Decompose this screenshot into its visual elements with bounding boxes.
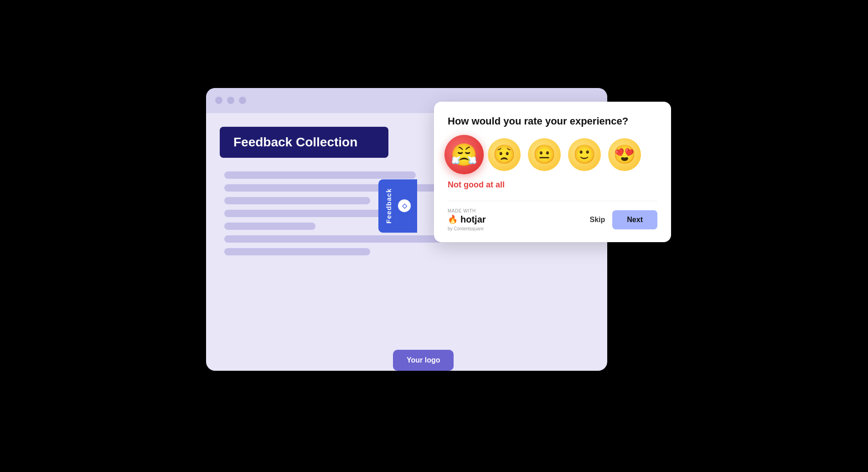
- logo-badge: Your logo: [393, 350, 454, 371]
- survey-question: How would you rate your experience?: [448, 115, 657, 127]
- browser-dot-1: [215, 97, 222, 104]
- scene: Feedback Collection Feedback ◇ Your logo…: [206, 65, 662, 407]
- feedback-tab-label: Feedback: [385, 188, 393, 223]
- emoji-love-button[interactable]: 😍: [608, 138, 641, 171]
- placeholder-line-7: [224, 248, 370, 255]
- made-with-label: MADE WITH: [448, 208, 486, 213]
- survey-widget: How would you rate your experience? 😤 😟 …: [434, 102, 671, 242]
- selected-rating-label: Not good at all: [448, 180, 657, 190]
- placeholder-line-1: [224, 171, 416, 179]
- feedback-collection-label: Feedback Collection: [220, 127, 388, 158]
- emoji-sad-button[interactable]: 😟: [488, 138, 521, 171]
- next-button[interactable]: Next: [612, 210, 657, 229]
- skip-button[interactable]: Skip: [590, 216, 605, 224]
- hotjar-brand: 🔥 hotjar: [448, 214, 486, 225]
- browser-dot-3: [239, 97, 246, 104]
- hotjar-name: hotjar: [460, 214, 486, 225]
- feedback-tab-icon: ◇: [398, 199, 411, 212]
- emoji-rating-row: 😤 😟 😐 🙂 😍: [448, 138, 657, 171]
- emoji-happy-button[interactable]: 🙂: [568, 138, 601, 171]
- browser-dot-2: [227, 97, 234, 104]
- emoji-neutral-button[interactable]: 😐: [528, 138, 561, 171]
- placeholder-line-3: [224, 197, 370, 204]
- placeholder-line-6: [224, 235, 443, 243]
- made-with-section: MADE WITH 🔥 hotjar by Contentsquare: [448, 208, 486, 231]
- emoji-angry-button[interactable]: 😤: [444, 135, 484, 174]
- footer-actions: Skip Next: [590, 210, 657, 229]
- feedback-tab[interactable]: Feedback ◇: [378, 179, 417, 233]
- hotjar-flame-icon: 🔥: [448, 214, 458, 224]
- contentsquare-label: by Contentsquare: [448, 226, 486, 231]
- placeholder-line-5: [224, 223, 315, 230]
- survey-footer: MADE WITH 🔥 hotjar by Contentsquare Skip…: [448, 201, 657, 231]
